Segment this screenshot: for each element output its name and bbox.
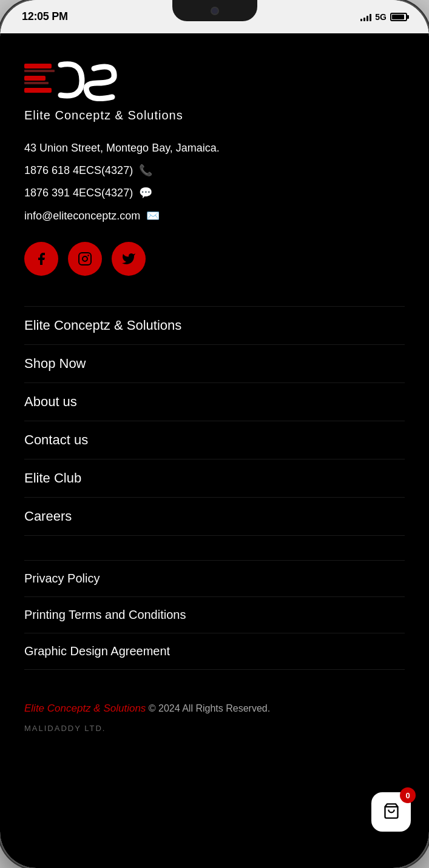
signal-bar-2 bbox=[363, 18, 365, 21]
instagram-icon bbox=[78, 252, 92, 266]
signal-bar-3 bbox=[367, 16, 368, 21]
ecs-logo bbox=[24, 58, 200, 106]
svg-rect-1 bbox=[24, 76, 46, 81]
contact-section: 43 Union Street, Montego Bay, Jamaica. 1… bbox=[24, 141, 405, 224]
phone-frame: 12:05 PM 5G bbox=[0, 0, 429, 868]
twitter-button[interactable] bbox=[112, 242, 146, 276]
twitter-icon bbox=[121, 252, 136, 266]
phone2-text: 1876 391 4ECS(4327) bbox=[24, 185, 133, 201]
legal-item-graphic[interactable]: Graphic Design Agreement bbox=[24, 633, 405, 670]
facebook-button[interactable] bbox=[24, 242, 58, 276]
signal-bar-1 bbox=[360, 19, 362, 21]
signal-bars bbox=[360, 13, 371, 21]
footer-section: Elite Conceptz & Solutions © 2024 All Ri… bbox=[24, 700, 405, 735]
phone1-text: 1876 618 4ECS(4327) bbox=[24, 163, 133, 178]
address-item: 43 Union Street, Montego Bay, Jamaica. bbox=[24, 141, 405, 156]
legal-section: Privacy Policy Printing Terms and Condit… bbox=[24, 560, 405, 670]
phone-screen: 12:05 PM 5G bbox=[0, 0, 429, 868]
email-item[interactable]: info@eliteconceptz.com ✉️ bbox=[24, 209, 405, 224]
legal-item-privacy[interactable]: Privacy Policy bbox=[24, 560, 405, 597]
status-icons: 5G bbox=[360, 12, 407, 22]
email-text: info@eliteconceptz.com bbox=[24, 209, 140, 224]
phone2-item[interactable]: 1876 391 4ECS(4327) 💬 bbox=[24, 185, 405, 201]
cart-button[interactable]: 0 bbox=[371, 792, 411, 832]
nav-item-careers[interactable]: Careers bbox=[24, 498, 405, 536]
nav-section: Elite Conceptz & Solutions Shop Now Abou… bbox=[24, 306, 405, 536]
footer-copyright-text: © 2024 All Rights Reserved. bbox=[149, 703, 270, 713]
address-text: 43 Union Street, Montego Bay, Jamaica. bbox=[24, 141, 220, 156]
phone-icon: 📞 bbox=[139, 163, 152, 178]
svg-rect-3 bbox=[24, 70, 55, 72]
logo-subtitle: Elite Conceptz & Solutions bbox=[24, 109, 405, 122]
phone1-item[interactable]: 1876 618 4ECS(4327) 📞 bbox=[24, 163, 405, 178]
nav-item-shop[interactable]: Shop Now bbox=[24, 345, 405, 383]
cart-badge: 0 bbox=[400, 787, 416, 803]
instagram-button[interactable] bbox=[68, 242, 102, 276]
nav-item-ecs[interactable]: Elite Conceptz & Solutions bbox=[24, 306, 405, 345]
battery-icon bbox=[390, 13, 407, 21]
nav-item-contact[interactable]: Contact us bbox=[24, 421, 405, 459]
notch bbox=[172, 0, 257, 21]
social-section bbox=[24, 242, 405, 276]
network-type: 5G bbox=[375, 12, 387, 22]
content-area: Elite Conceptz & Solutions 43 Union Stre… bbox=[0, 33, 429, 868]
front-camera bbox=[211, 7, 219, 15]
svg-rect-4 bbox=[24, 82, 49, 84]
nav-item-about[interactable]: About us bbox=[24, 383, 405, 421]
footer-copyright-line: Elite Conceptz & Solutions © 2024 All Ri… bbox=[24, 700, 405, 716]
battery-fill bbox=[392, 15, 404, 19]
footer-brand: Elite Conceptz & Solutions bbox=[24, 703, 146, 714]
email-icon: ✉️ bbox=[146, 209, 160, 224]
svg-rect-5 bbox=[79, 253, 91, 265]
status-bar: 12:05 PM 5G bbox=[0, 0, 429, 33]
svg-point-7 bbox=[87, 255, 89, 256]
facebook-icon bbox=[34, 252, 49, 266]
cart-icon bbox=[383, 803, 400, 822]
whatsapp-icon: 💬 bbox=[139, 185, 152, 201]
svg-rect-0 bbox=[24, 64, 52, 68]
footer-malidaddy: MALIDADDY Ltd. bbox=[24, 723, 405, 735]
svg-rect-2 bbox=[24, 88, 52, 93]
nav-item-club[interactable]: Elite Club bbox=[24, 459, 405, 498]
signal-bar-4 bbox=[370, 14, 371, 21]
status-time: 12:05 PM bbox=[22, 10, 68, 23]
svg-point-6 bbox=[83, 256, 87, 261]
logo-section: Elite Conceptz & Solutions bbox=[24, 58, 405, 122]
legal-item-printing[interactable]: Printing Terms and Conditions bbox=[24, 597, 405, 633]
